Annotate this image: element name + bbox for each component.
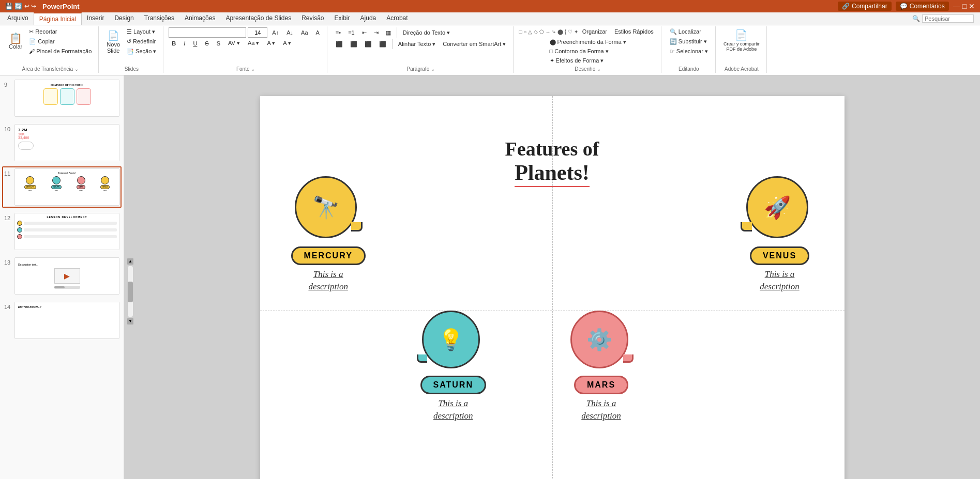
- tab-design[interactable]: Design: [109, 12, 139, 25]
- bullets-button[interactable]: ≡•: [333, 28, 344, 37]
- find-button[interactable]: 🔍 Localizar: [667, 27, 711, 36]
- share-button[interactable]: 🔗 Compartilhar: [838, 2, 892, 11]
- drawing-label: Desenho ⌄: [575, 66, 601, 72]
- planet-mercury: 🔭 MERCURY This is adescription: [291, 176, 366, 293]
- clear-format-button[interactable]: Aa: [298, 28, 311, 37]
- outline-button[interactable]: □ Contorno da Forma ▾: [547, 47, 629, 56]
- slide-thumbnail-10[interactable]: 10 7.2M 10K 33,400: [2, 122, 122, 163]
- slides-panel: 9 FEATURES OF THE TOPIC 10 7.2M 10K: [0, 75, 124, 479]
- numbering-button[interactable]: ≡1: [345, 28, 358, 37]
- new-slide-button[interactable]: 📄 Novo Slide: [104, 28, 123, 55]
- comments-button[interactable]: 💬 Comentários: [896, 2, 949, 11]
- adobe-label: Adobe Acrobat: [725, 66, 759, 72]
- tab-transicoes[interactable]: Transições: [139, 12, 179, 25]
- mars-label[interactable]: MARS: [574, 376, 628, 394]
- title-bar-right: 🔗 Compartilhar 💬 Comentários — □ ✕: [838, 2, 975, 11]
- adobe-group: 📄 Crear y compartir PDF de Adobe Adobe A…: [717, 26, 767, 73]
- align-text-button[interactable]: Alinhar Texto ▾: [395, 40, 439, 49]
- effects-button[interactable]: ✦ Efeitos de Forma ▾: [547, 56, 629, 65]
- align-center-button[interactable]: ⬛: [347, 40, 360, 49]
- align-justify-button[interactable]: ⬛: [376, 40, 389, 49]
- tab-animacoes[interactable]: Animações: [179, 12, 220, 25]
- title-bar-left: 💾 🔄 ↩ ↪ PowerPoint: [5, 3, 80, 10]
- inc-indent-button[interactable]: ⇥: [371, 28, 382, 37]
- adobe-pdf-button[interactable]: 📄 Crear y compartir PDF de Adobe: [721, 27, 762, 53]
- decrease-font-button[interactable]: A↓: [283, 28, 296, 37]
- planet-venus: 🚀 VENUS This is adescription: [746, 176, 813, 293]
- font-extra-button[interactable]: A: [313, 28, 323, 37]
- shadow-button[interactable]: S: [214, 39, 223, 48]
- venus-icon: 🚀: [764, 195, 791, 220]
- title-line1: Features of: [418, 137, 687, 160]
- section-button[interactable]: 📑 Seção ▾: [124, 47, 159, 56]
- organize-button[interactable]: Organizar: [579, 27, 610, 36]
- tab-acrobat[interactable]: Acrobat: [381, 12, 413, 25]
- char-spacing-button[interactable]: AV ▾: [225, 39, 243, 48]
- format-painter-button[interactable]: 🖌 Pincel de Formatação: [26, 47, 94, 55]
- underline-button[interactable]: U: [190, 39, 200, 48]
- slide-thumbnail-14[interactable]: 14 DID YOU KNOW...?: [2, 300, 122, 341]
- editing-group: 🔍 Localizar 🔄 Substituir ▾ ☞ Selecionar …: [662, 26, 716, 73]
- replace-button[interactable]: 🔄 Substituir ▾: [667, 37, 711, 46]
- editing-label: Editando: [679, 66, 699, 72]
- italic-button[interactable]: I: [180, 39, 188, 48]
- venus-bubble: 🚀: [746, 176, 808, 238]
- slides-label: Slides: [125, 66, 139, 72]
- mercury-label[interactable]: MERCURY: [291, 246, 366, 265]
- planet-saturn: 💡 SATURN This is adescription: [420, 311, 486, 422]
- tab-apresentacao[interactable]: Apresentação de Slides: [220, 12, 296, 25]
- search-input[interactable]: [922, 14, 974, 23]
- strikethrough-button[interactable]: S: [202, 39, 212, 48]
- select-button[interactable]: ☞ Selecionar ▾: [667, 47, 711, 56]
- increase-font-button[interactable]: A↑: [269, 28, 282, 37]
- align-left-button[interactable]: ⬛: [333, 40, 346, 49]
- font-size-input[interactable]: [248, 27, 267, 38]
- tab-revisao[interactable]: Revisão: [296, 12, 329, 25]
- mercury-bubble: 🔭: [295, 176, 357, 238]
- slide-thumbnail-12[interactable]: 12 LESSON DEVELOPMENT: [2, 211, 122, 252]
- scroll-up-button[interactable]: ▲: [127, 258, 133, 265]
- cut-button[interactable]: ✂ Recortar: [26, 27, 94, 36]
- tab-exibir[interactable]: Exibir: [329, 12, 355, 25]
- font-color-button[interactable]: A ▾: [264, 39, 278, 48]
- ribbon-body: 📋 Colar ✂ Recortar 📄 Copiar 🖌 Pincel de …: [0, 25, 980, 75]
- share-label: Compartilhar: [852, 3, 887, 10]
- planet-mars: ⚙️ MARS This is adescription: [570, 311, 632, 422]
- venus-label[interactable]: VENUS: [750, 246, 809, 265]
- highlight-button[interactable]: A ▾: [280, 39, 294, 48]
- layout-button[interactable]: ☰ Layout ▾: [124, 27, 159, 36]
- cols-button[interactable]: ▦: [383, 28, 394, 37]
- ribbon-tabs: Arquivo Página Inicial Inserir Design Tr…: [0, 12, 980, 25]
- venus-description: This is adescription: [760, 268, 800, 293]
- tab-inserir[interactable]: Inserir: [82, 12, 109, 25]
- smartart-button[interactable]: Converter em SmartArt ▾: [440, 40, 509, 49]
- align-right-button[interactable]: ⬛: [361, 40, 375, 49]
- paste-button[interactable]: 📋 Colar: [6, 32, 25, 51]
- slides-group: 📄 Novo Slide ☰ Layout ▾ ↺ Redefinir 📑 Se…: [100, 26, 163, 73]
- slide-thumbnail-13[interactable]: 13 Description text... ▶: [2, 255, 122, 297]
- slide-title: Features of Planets!: [418, 137, 687, 187]
- text-direction-button[interactable]: Direção do Texto ▾: [400, 28, 453, 37]
- quick-styles-button[interactable]: Estilos Rápidos: [611, 27, 657, 36]
- scroll-down-button[interactable]: ▼: [127, 318, 133, 325]
- slide-thumbnail-9[interactable]: 9 FEATURES OF THE TOPIC: [2, 78, 122, 119]
- tab-ajuda[interactable]: Ajuda: [355, 12, 382, 25]
- title-line2: Planets!: [515, 160, 590, 187]
- mars-bubble: ⚙️: [570, 311, 628, 368]
- drawing-group: □ ○ △ ◇ ⬠ → ⤷ ⬤ { ♡ ✦ Organizar Estilos …: [515, 26, 661, 73]
- slide-thumbnail-11[interactable]: 11 Features of Planets! MERCURY desc SAT…: [2, 166, 122, 208]
- tab-pagina-inicial[interactable]: Página Inicial: [34, 12, 82, 25]
- tab-arquivo[interactable]: Arquivo: [2, 12, 34, 25]
- fill-button[interactable]: ⬤ Preenchimento da Forma ▾: [547, 38, 629, 47]
- font-family-input[interactable]: [169, 27, 246, 38]
- bold-button[interactable]: B: [169, 39, 179, 48]
- clipboard-label: Área de Transferência ⌄: [22, 66, 79, 72]
- change-case-button[interactable]: Aa ▾: [245, 39, 263, 48]
- copy-button[interactable]: 📄 Copiar: [26, 37, 94, 46]
- dec-indent-button[interactable]: ⇤: [359, 28, 370, 37]
- mercury-description: This is adescription: [308, 268, 348, 293]
- saturn-bubble: 💡: [422, 311, 480, 368]
- saturn-label[interactable]: SATURN: [420, 376, 486, 394]
- app-title: PowerPoint: [42, 3, 80, 10]
- reset-button[interactable]: ↺ Redefinir: [124, 37, 159, 46]
